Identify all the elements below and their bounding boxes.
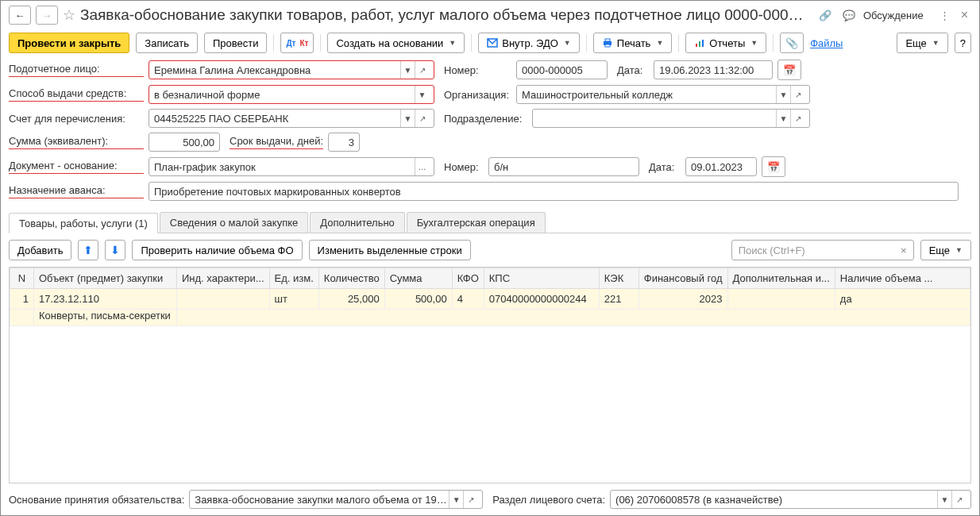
post-button[interactable]: Провести xyxy=(204,33,268,53)
open-icon[interactable]: ↗ xyxy=(790,86,804,103)
internal-edo-button[interactable]: Внутр. ЭДО▼ xyxy=(478,33,580,53)
dropdown-icon[interactable]: ▼ xyxy=(449,491,463,508)
advance-field[interactable]: Приобретение почтовых маркированных конв… xyxy=(149,182,959,201)
basis-num-field[interactable]: б/н xyxy=(488,157,639,176)
method-field[interactable]: в безналичной форме ▼ xyxy=(149,85,434,104)
add-row-button[interactable]: Добавить xyxy=(9,240,71,260)
window-header: ← → ☆ Заявка-обоснование закупки товаров… xyxy=(1,1,979,29)
select-icon[interactable]: … xyxy=(415,158,429,175)
advance-label: Назначение аванса: xyxy=(9,184,144,198)
table-search-input[interactable]: Поиск (Ctrl+F) × xyxy=(731,240,914,260)
col-year[interactable]: Финансовый год xyxy=(639,268,727,289)
method-label: Способ выдачи средств: xyxy=(9,87,144,102)
sum-label: Сумма (эквивалент): xyxy=(9,135,144,149)
check-fo-button[interactable]: Проверить наличие объема ФО xyxy=(132,240,302,260)
tab-small-purchase[interactable]: Сведения о малой закупке xyxy=(160,212,308,233)
write-button[interactable]: Записать xyxy=(136,33,198,53)
paperclip-icon: 📎 xyxy=(785,37,798,49)
col-kps[interactable]: КПС xyxy=(484,268,599,289)
edo-icon xyxy=(487,37,498,48)
col-object[interactable]: Объект (предмет) закупки xyxy=(34,268,177,289)
discussion-label[interactable]: Обсуждение xyxy=(863,10,924,21)
move-up-button[interactable]: ⬆ xyxy=(78,240,98,260)
discussion-icon[interactable]: 💬 xyxy=(839,10,858,21)
table-more-button[interactable]: Еще▼ xyxy=(920,240,971,260)
number-label: Номер: xyxy=(444,64,511,76)
link-icon[interactable]: 🔗 xyxy=(816,10,835,21)
dropdown-icon[interactable]: ▼ xyxy=(776,110,790,127)
basis-num-label: Номер: xyxy=(444,161,484,173)
footer-bar: Основание принятия обязательства: Заявка… xyxy=(1,483,979,515)
footer-section-field[interactable]: (06) 20706008578 (в казначействе) ▼ ↗ xyxy=(610,490,971,509)
date-field[interactable]: 19.06.2023 11:32:00 xyxy=(654,60,773,79)
change-rows-button[interactable]: Изменить выделенные строки xyxy=(309,240,471,260)
tab-accounting[interactable]: Бухгалтерская операция xyxy=(407,212,546,233)
period-field[interactable]: 3 xyxy=(328,133,360,152)
date-label: Дата: xyxy=(617,64,649,76)
move-down-button[interactable]: ⬇ xyxy=(105,240,125,260)
account-field[interactable]: 044525225 ПАО СБЕРБАНК ▼ ↗ xyxy=(149,109,434,128)
open-icon[interactable]: ↗ xyxy=(790,110,804,127)
post-and-close-button[interactable]: Провести и закрыть xyxy=(9,33,129,53)
reports-button[interactable]: Отчеты▼ xyxy=(685,33,766,53)
print-button[interactable]: Печать▼ xyxy=(593,33,673,53)
arrow-down-icon: ⬇ xyxy=(110,244,120,256)
svg-rect-6 xyxy=(702,40,704,47)
table-header-row: N Объект (предмет) закупки Инд. характер… xyxy=(10,268,970,289)
basis-date-field[interactable]: 09.01.2023 xyxy=(685,157,757,176)
nav-back-button[interactable]: ← xyxy=(9,6,31,25)
create-based-on-button[interactable]: Создать на основании▼ xyxy=(327,33,465,53)
col-qty[interactable]: Количество xyxy=(318,268,384,289)
command-toolbar: Провести и закрыть Записать Провести ДтК… xyxy=(1,29,979,56)
calendar-button[interactable]: 📅 xyxy=(777,60,801,80)
col-ind[interactable]: Инд. характери... xyxy=(177,268,270,289)
open-icon[interactable]: ↗ xyxy=(415,110,429,127)
sum-field[interactable]: 500,00 xyxy=(149,133,220,152)
dropdown-icon[interactable]: ▼ xyxy=(400,61,415,79)
calendar-button[interactable]: 📅 xyxy=(762,156,785,177)
col-unit[interactable]: Ед. изм. xyxy=(269,268,318,289)
col-n[interactable]: N xyxy=(10,268,34,289)
svg-rect-2 xyxy=(605,39,610,41)
tab-additional[interactable]: Дополнительно xyxy=(310,212,405,233)
basis-field[interactable]: План-график закупок … xyxy=(149,157,434,176)
help-button[interactable]: ? xyxy=(955,33,971,53)
svg-rect-4 xyxy=(696,44,697,47)
close-icon[interactable]: × xyxy=(958,8,971,22)
open-icon[interactable]: ↗ xyxy=(463,491,477,508)
table-row[interactable]: 1 17.23.12.110 шт 25,000 500,00 4 070400… xyxy=(10,289,970,310)
dept-label: Подразделение: xyxy=(444,113,527,125)
tab-bar: Товары, работы, услуги (1) Сведения о ма… xyxy=(9,212,971,233)
attach-button[interactable]: 📎 xyxy=(780,33,804,53)
nav-forward-button[interactable]: → xyxy=(36,6,58,25)
col-sum[interactable]: Сумма xyxy=(384,268,452,289)
more-menu-icon[interactable]: ⋮ xyxy=(936,10,953,21)
dropdown-icon[interactable]: ▼ xyxy=(776,86,790,103)
form-area: Подотчетное лицо: Еремина Галина Алексан… xyxy=(1,56,979,209)
col-avail[interactable]: Наличие объема ... xyxy=(835,268,970,289)
col-kfo[interactable]: КФО xyxy=(452,268,484,289)
org-field[interactable]: Машиностроительный колледж ▼ ↗ xyxy=(516,85,810,104)
footer-section-label: Раздел лицевого счета: xyxy=(492,494,605,506)
col-extra[interactable]: Дополнительная и... xyxy=(727,268,835,289)
table-row-sub[interactable]: Конверты, письма-секретки xyxy=(10,310,970,326)
calendar-icon: 📅 xyxy=(783,64,796,76)
footer-basis-field[interactable]: Заявка-обоснование закупки малого объема… xyxy=(189,490,483,509)
dropdown-icon[interactable]: ▼ xyxy=(937,491,951,508)
number-field[interactable]: 0000-000005 xyxy=(516,60,608,79)
reports-icon xyxy=(694,37,705,48)
more-toolbar-button[interactable]: Еще▼ xyxy=(897,33,947,53)
dtkt-button[interactable]: ДтКт xyxy=(280,33,314,53)
tab-goods[interactable]: Товары, работы, услуги (1) xyxy=(9,213,158,233)
favorite-star-icon[interactable]: ☆ xyxy=(63,6,75,24)
files-link[interactable]: Файлы xyxy=(810,37,843,49)
col-kek[interactable]: КЭК xyxy=(599,268,639,289)
dropdown-icon[interactable]: ▼ xyxy=(400,110,415,127)
person-field[interactable]: Еремина Галина Александровна ▼ ↗ xyxy=(149,60,434,79)
open-icon[interactable]: ↗ xyxy=(415,61,429,79)
dept-field[interactable]: ▼ ↗ xyxy=(532,109,810,128)
svg-rect-3 xyxy=(605,44,610,47)
dropdown-icon[interactable]: ▼ xyxy=(415,86,429,103)
open-icon[interactable]: ↗ xyxy=(951,491,966,508)
clear-search-icon[interactable]: × xyxy=(897,245,910,256)
